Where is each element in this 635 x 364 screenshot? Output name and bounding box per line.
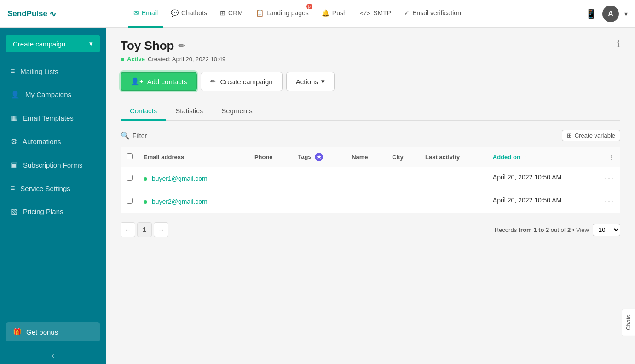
row-2-menu-icon[interactable]: ··· [605, 196, 614, 206]
info-icon[interactable]: ℹ [617, 39, 620, 50]
sidebar: Create campaign ▾ ≡ Mailing Lists 👤 My C… [0, 28, 106, 364]
create-campaign-action-button[interactable]: ✏ Create campaign [201, 72, 282, 91]
tags-star-icon: ★ [315, 153, 323, 161]
row-1-city [387, 167, 420, 190]
logo-text: SendPulse [7, 9, 47, 18]
avatar-dropdown-icon[interactable]: ▾ [624, 10, 628, 17]
push-nav-icon: 🔔 [322, 9, 329, 17]
status-text: Active [127, 56, 145, 63]
automations-icon: ⚙ [11, 137, 17, 146]
sidebar-item-service-settings[interactable]: ≡ Service Settings [0, 177, 106, 200]
create-campaign-edit-icon: ✏ [210, 77, 216, 86]
online-indicator [144, 177, 147, 181]
next-page-button[interactable]: → [154, 222, 168, 237]
column-menu-icon[interactable]: ⋮ [608, 154, 614, 161]
name-column-header: Name [346, 147, 387, 167]
chatbots-nav-icon: 💬 [171, 9, 179, 17]
sort-icon: ↑ [524, 155, 526, 160]
page-title-section: Toy Shop ✏ Active Created: April 20, 202… [121, 39, 225, 63]
tab-statistics[interactable]: Statistics [166, 102, 212, 121]
main-content: Toy Shop ✏ Active Created: April 20, 202… [106, 28, 635, 364]
row-2-last-activity [420, 190, 487, 213]
avatar[interactable]: A [602, 6, 619, 22]
table-row: buyer2@gmail.com [121, 190, 620, 213]
nav-item-email[interactable]: ✉ Email [128, 0, 163, 28]
select-all-checkbox[interactable] [127, 153, 133, 159]
row-1-name [346, 167, 387, 190]
row-2-checkbox[interactable] [127, 198, 133, 204]
nav-item-push[interactable]: 🔔 Push [316, 0, 352, 28]
row-1-tags [292, 167, 346, 190]
service-settings-icon: ≡ [11, 184, 15, 192]
logo-wave-icon: ∿ [49, 9, 56, 19]
nav-item-smtp[interactable]: </> SMTP [354, 0, 397, 28]
last-activity-column-header: Last activity [420, 147, 487, 167]
tabs: Contacts Statistics Segments [121, 102, 620, 121]
my-campaigns-icon: 👤 [11, 90, 20, 99]
add-contacts-button[interactable]: 👤+ Add contacts [121, 72, 197, 91]
top-navigation: SendPulse ∿ ✉ Email 💬 Chatbots ⊞ CRM 📋 L… [0, 0, 635, 28]
create-campaign-button[interactable]: Create campaign ▾ [6, 35, 100, 52]
row-1-menu-icon[interactable]: ··· [605, 173, 614, 183]
chats-tab[interactable]: Chats [622, 309, 635, 336]
added-on-column-header[interactable]: Added on ↑ ⋮ [487, 147, 620, 167]
tags-column-header: Tags ★ [292, 147, 346, 167]
gift-icon: 🎁 [13, 328, 22, 336]
sidebar-menu: ≡ Mailing Lists 👤 My Campaigns ▦ Email T… [0, 60, 106, 317]
get-bonus-button[interactable]: 🎁 Get bonus [6, 322, 100, 341]
create-campaign-dropdown-icon: ▾ [89, 40, 93, 48]
filter-button[interactable]: 🔍 Filter [121, 131, 147, 140]
table-body: buyer1@gmail.com [121, 167, 620, 213]
sidebar-item-automations[interactable]: ⚙ Automations [0, 130, 106, 153]
sidebar-item-email-templates[interactable]: ▦ Email Templates [0, 106, 106, 130]
tab-contacts[interactable]: Contacts [121, 102, 166, 121]
create-variable-icon: ⊞ [567, 132, 572, 139]
table-header: Email address Phone Tags ★ Name City [121, 147, 620, 167]
email-verification-nav-icon: ✓ [404, 9, 410, 17]
per-page-select[interactable]: 10 25 50 100 [593, 224, 620, 236]
nav-item-chatbots[interactable]: 💬 Chatbots [165, 0, 213, 28]
row-checkbox-cell [121, 167, 139, 190]
row-2-checkbox-cell [121, 190, 139, 213]
action-buttons: 👤+ Add contacts ✏ Create campaign Action… [121, 72, 620, 91]
collapse-icon: ‹ [52, 351, 54, 360]
create-variable-button[interactable]: ⊞ Create variable [562, 130, 620, 141]
sidebar-item-my-campaigns[interactable]: 👤 My Campaigns [0, 83, 106, 106]
sidebar-item-subscription-forms[interactable]: ▣ Subscription Forms [0, 153, 106, 177]
records-info: Records from 1 to 2 out of 2 • View 10 2… [495, 224, 620, 236]
row-1-phone [249, 167, 292, 190]
sidebar-item-mailing-lists[interactable]: ≡ Mailing Lists [0, 60, 106, 83]
table-row: buyer1@gmail.com [121, 167, 620, 190]
row-2-email[interactable]: buyer2@gmail.com [138, 190, 249, 213]
page-buttons: ← 1 → [121, 222, 168, 237]
row-1-email[interactable]: buyer1@gmail.com [138, 167, 249, 190]
smtp-nav-icon: </> [360, 10, 370, 17]
nav-item-crm[interactable]: ⊞ CRM [214, 0, 248, 28]
row-2-name [346, 190, 387, 213]
actions-dropdown-button[interactable]: Actions ▾ [286, 72, 335, 91]
select-all-header [121, 147, 139, 167]
row-2-tags [292, 190, 346, 213]
email-nav-icon: ✉ [133, 9, 139, 17]
tab-segments[interactable]: Segments [212, 102, 262, 121]
row-2-phone [249, 190, 292, 213]
sidebar-bottom: 🎁 Get bonus [0, 317, 106, 347]
row-1-checkbox[interactable] [127, 175, 133, 181]
mobile-icon[interactable]: 📱 [585, 8, 597, 19]
edit-title-icon[interactable]: ✏ [178, 41, 185, 51]
nav-item-landing-pages[interactable]: 📋 Landing pages β [250, 0, 314, 28]
sidebar-item-pricing-plans[interactable]: ▧ Pricing Plans [0, 200, 106, 223]
contacts-table: Email address Phone Tags ★ Name City [121, 147, 620, 213]
add-contacts-person-icon: 👤+ [131, 77, 144, 86]
email-templates-icon: ▦ [11, 114, 17, 122]
sidebar-collapse-button[interactable]: ‹ [0, 347, 106, 364]
nav-items: ✉ Email 💬 Chatbots ⊞ CRM 📋 Landing pages… [128, 0, 585, 28]
current-page-button[interactable]: 1 [137, 222, 152, 237]
row-2-added-on: April 20, 2022 10:50 AM ··· [487, 190, 620, 213]
page-title: Toy Shop ✏ [121, 39, 225, 53]
phone-column-header: Phone [249, 147, 292, 167]
prev-page-button[interactable]: ← [121, 222, 135, 237]
landing-pages-nav-icon: 📋 [256, 9, 264, 17]
nav-item-email-verification[interactable]: ✓ Email verification [398, 0, 467, 28]
logo[interactable]: SendPulse ∿ [7, 9, 113, 19]
